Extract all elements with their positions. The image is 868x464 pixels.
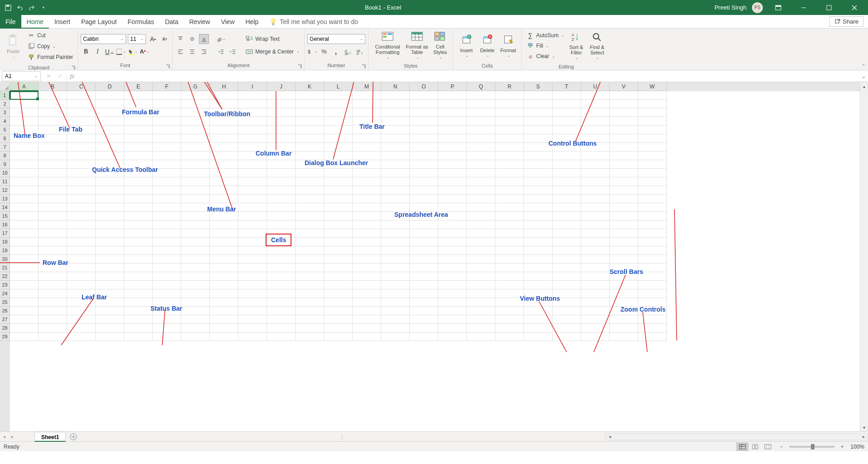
cell[interactable] — [353, 281, 381, 289]
row-header[interactable]: 9 — [0, 160, 10, 169]
cell[interactable] — [39, 186, 67, 195]
cell[interactable] — [410, 126, 438, 134]
cell[interactable] — [553, 160, 581, 169]
cell[interactable] — [324, 169, 353, 177]
cell[interactable] — [638, 289, 667, 298]
cell[interactable] — [581, 229, 610, 238]
cell[interactable] — [153, 315, 181, 324]
cell[interactable] — [181, 246, 210, 255]
cell[interactable] — [96, 264, 124, 272]
cell[interactable] — [495, 108, 524, 117]
cell[interactable] — [267, 203, 296, 212]
cell[interactable] — [467, 91, 495, 100]
cell[interactable] — [638, 281, 667, 289]
close-icon[interactable] — [844, 0, 864, 15]
row-header[interactable]: 27 — [0, 315, 10, 324]
cell[interactable] — [638, 324, 667, 332]
cell[interactable] — [495, 255, 524, 264]
row-header[interactable]: 17 — [0, 229, 10, 238]
cell[interactable] — [210, 220, 238, 229]
cell[interactable] — [210, 177, 238, 186]
align-right-icon[interactable] — [199, 47, 209, 57]
cell[interactable] — [381, 255, 410, 264]
cell[interactable] — [267, 195, 296, 203]
cell[interactable] — [581, 298, 610, 307]
cell[interactable] — [353, 143, 381, 151]
cell[interactable] — [495, 281, 524, 289]
cell[interactable] — [410, 281, 438, 289]
cell[interactable] — [410, 264, 438, 272]
column-header[interactable]: K — [296, 82, 324, 91]
cell[interactable] — [610, 289, 638, 298]
cell[interactable] — [124, 108, 153, 117]
cell[interactable] — [181, 186, 210, 195]
cell[interactable] — [324, 281, 353, 289]
cell[interactable] — [467, 143, 495, 151]
cell[interactable] — [96, 315, 124, 324]
cell[interactable] — [296, 91, 324, 100]
cell[interactable] — [296, 324, 324, 332]
cell[interactable] — [467, 264, 495, 272]
cell[interactable] — [410, 307, 438, 315]
cell[interactable] — [210, 281, 238, 289]
cell[interactable] — [210, 203, 238, 212]
cell[interactable] — [39, 281, 67, 289]
cell[interactable] — [553, 332, 581, 341]
cell[interactable] — [210, 332, 238, 341]
cell[interactable] — [610, 238, 638, 246]
cell[interactable] — [610, 220, 638, 229]
cell[interactable] — [524, 91, 553, 100]
cell[interactable] — [10, 212, 39, 220]
cell[interactable] — [610, 315, 638, 324]
cell[interactable] — [324, 143, 353, 151]
cell[interactable] — [10, 177, 39, 186]
cell[interactable] — [524, 315, 553, 324]
cell[interactable] — [524, 264, 553, 272]
row-header[interactable]: 4 — [0, 117, 10, 126]
cell[interactable] — [210, 255, 238, 264]
cell[interactable] — [238, 272, 267, 281]
cell[interactable] — [610, 324, 638, 332]
alignment-dialog-launcher[interactable] — [297, 63, 303, 69]
cell[interactable] — [410, 186, 438, 195]
cell[interactable] — [238, 177, 267, 186]
cell[interactable] — [153, 229, 181, 238]
cell[interactable] — [467, 160, 495, 169]
cell[interactable] — [10, 246, 39, 255]
cell[interactable] — [581, 315, 610, 324]
cell[interactable] — [467, 255, 495, 264]
add-sheet-button[interactable] — [68, 433, 78, 440]
align-left-icon[interactable] — [175, 47, 185, 57]
cell[interactable] — [210, 315, 238, 324]
cell[interactable] — [96, 272, 124, 281]
cell[interactable] — [296, 238, 324, 246]
cell[interactable] — [638, 255, 667, 264]
cell[interactable] — [581, 203, 610, 212]
cell[interactable] — [210, 195, 238, 203]
cell[interactable] — [553, 264, 581, 272]
column-header[interactable]: W — [638, 82, 667, 91]
cell[interactable] — [153, 91, 181, 100]
cell[interactable] — [410, 220, 438, 229]
cell[interactable] — [353, 272, 381, 281]
cell[interactable] — [153, 108, 181, 117]
cell[interactable] — [124, 289, 153, 298]
cell[interactable] — [10, 238, 39, 246]
cell[interactable] — [524, 117, 553, 126]
cell[interactable] — [10, 255, 39, 264]
cell[interactable] — [410, 151, 438, 160]
tab-file[interactable]: File — [0, 15, 21, 29]
cancel-formula-icon[interactable]: ✕ — [43, 71, 54, 81]
cell[interactable] — [381, 169, 410, 177]
cell[interactable] — [238, 100, 267, 108]
cell[interactable] — [67, 169, 96, 177]
fill-button[interactable]: Fill⌄ — [524, 41, 566, 51]
column-header[interactable]: P — [438, 82, 467, 91]
row-header[interactable]: 23 — [0, 281, 10, 289]
cell[interactable] — [238, 255, 267, 264]
cell[interactable] — [467, 324, 495, 332]
cell[interactable] — [124, 169, 153, 177]
cell[interactable] — [353, 186, 381, 195]
cell[interactable] — [210, 246, 238, 255]
tell-me-search[interactable]: 💡 Tell me what you want to do — [269, 18, 358, 25]
